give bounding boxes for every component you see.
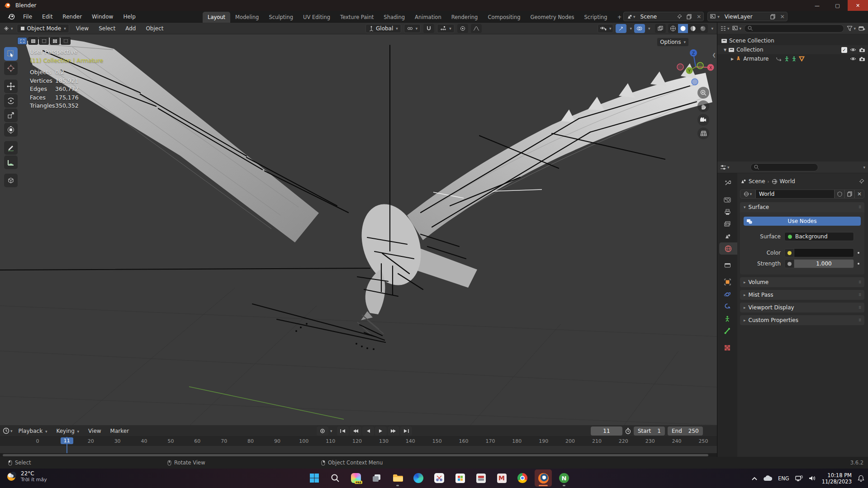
scene-name[interactable]: Scene	[638, 14, 675, 20]
tool-add-cube[interactable]	[4, 174, 18, 187]
disclosure-down-icon[interactable]: ▼	[724, 48, 726, 52]
frame-end-field[interactable]: End 250	[668, 426, 703, 436]
surface-shader-dropdown[interactable]: Background	[784, 232, 854, 241]
minimize-button[interactable]: —	[807, 0, 827, 11]
viewport-menu-object[interactable]: Object	[142, 24, 166, 33]
shading-rendered-button[interactable]	[698, 24, 708, 33]
menu-window[interactable]: Window	[88, 12, 117, 21]
unikey-icon[interactable]	[472, 469, 489, 487]
new-scene-icon[interactable]	[684, 12, 694, 21]
search-icon[interactable]	[327, 469, 344, 487]
workspace-tab-scripting[interactable]: Scripting	[579, 12, 612, 23]
world-browse-dropdown[interactable]: ▾	[740, 190, 755, 199]
tool-rotate[interactable]	[4, 94, 18, 108]
shading-wireframe-button[interactable]	[668, 24, 678, 33]
properties-tab-data[interactable]	[717, 313, 737, 325]
workspace-tab-compositing[interactable]: Compositing	[483, 12, 525, 23]
scene-icon[interactable]: ▾	[624, 12, 638, 21]
taskbar-weather-widget[interactable]: 22°C Trời ít mây	[5, 470, 47, 483]
xray-toggle[interactable]	[655, 24, 666, 33]
timeline-menu-view[interactable]: View	[85, 427, 104, 435]
timeline-menu-playback[interactable]: Playback ▾	[15, 427, 51, 435]
render-camera-icon[interactable]	[859, 57, 865, 62]
timeline-menu-marker[interactable]: Marker	[107, 427, 132, 435]
breadcrumb-world[interactable]: World	[780, 178, 795, 185]
current-frame-indicator[interactable]: 11	[61, 437, 73, 444]
workspace-tab-geometry-nodes[interactable]: Geometry Nodes	[526, 12, 579, 23]
timeline-menu-keying[interactable]: Keying ▾	[53, 427, 82, 435]
select-mode-circle[interactable]	[39, 37, 49, 45]
bird-model[interactable]	[0, 34, 717, 425]
remove-viewlayer-icon[interactable]: ✕	[778, 12, 787, 21]
properties-tab-scene[interactable]	[717, 230, 737, 242]
hide-eye-icon[interactable]	[850, 47, 856, 52]
properties-search-input[interactable]	[750, 163, 818, 171]
properties-tab-collection[interactable]	[717, 259, 737, 271]
strength-keyframe-dot[interactable]	[855, 263, 862, 265]
editor-type-icon[interactable]: ▾	[3, 25, 13, 32]
select-mode-extend[interactable]	[61, 37, 71, 45]
tool-annotate[interactable]	[4, 141, 18, 155]
properties-tab-constraints[interactable]	[717, 300, 737, 313]
new-collection-icon[interactable]	[859, 25, 865, 31]
start-button[interactable]	[306, 469, 323, 487]
properties-tab-bone[interactable]	[717, 325, 737, 337]
play-reverse-button[interactable]	[362, 426, 374, 436]
tool-cursor[interactable]	[4, 62, 18, 75]
file-explorer-icon[interactable]	[389, 469, 406, 487]
select-mode-box[interactable]	[28, 37, 38, 45]
panel-drag-handle[interactable]: ⠿	[859, 318, 862, 322]
scene-selector[interactable]: ▾ Scene ✕	[623, 12, 704, 21]
mist-pass-panel-header[interactable]: ▸ Mist Pass ⠿	[740, 290, 864, 300]
properties-tab-object[interactable]	[717, 276, 737, 288]
properties-options-icon[interactable]: ▾	[863, 165, 865, 170]
microsoft-store-icon[interactable]	[451, 469, 469, 487]
custom-properties-panel-header[interactable]: ▸ Custom Properties ⠿	[740, 315, 864, 325]
viewport-menu-select[interactable]: Select	[95, 24, 119, 33]
hide-eye-icon[interactable]	[850, 57, 856, 61]
outliner-search-input[interactable]	[744, 24, 844, 33]
snap-toggle[interactable]	[423, 24, 434, 33]
pin-icon[interactable]	[675, 12, 684, 21]
tool-move[interactable]	[4, 80, 18, 93]
tool-transform[interactable]	[4, 123, 18, 137]
workspace-tab-modeling[interactable]: Modeling	[230, 12, 264, 23]
color-socket-button[interactable]	[784, 248, 794, 257]
workspace-tab-uv-editing[interactable]: UV Editing	[298, 12, 335, 23]
tool-scale[interactable]	[4, 109, 18, 122]
new-viewlayer-icon[interactable]	[768, 12, 778, 21]
pan-hand-icon[interactable]	[697, 100, 709, 112]
current-frame-field[interactable]: 11	[591, 426, 622, 436]
next-keyframe-button[interactable]	[388, 426, 399, 436]
fake-user-shield-icon[interactable]	[835, 190, 844, 199]
edge-icon[interactable]	[410, 469, 427, 487]
render-camera-icon[interactable]	[859, 47, 865, 52]
timeline-lane[interactable]	[0, 446, 717, 453]
viewlayer-selector[interactable]: ▾ ViewLayer ✕	[707, 12, 787, 21]
chrome-icon[interactable]	[514, 469, 531, 487]
outliner-filter-icon[interactable]: ▾	[847, 26, 856, 31]
color-keyframe-dot[interactable]	[855, 252, 862, 254]
language-indicator[interactable]: ENG	[778, 475, 789, 482]
unlink-scene-icon[interactable]: ✕	[694, 12, 703, 21]
pin-icon[interactable]	[859, 179, 864, 184]
close-button[interactable]: ✕	[848, 0, 868, 11]
color-swatch[interactable]	[794, 248, 854, 257]
workspace-tab-layout[interactable]: Layout	[203, 12, 230, 23]
workspace-tab-shading[interactable]: Shading	[379, 12, 410, 23]
camera-view-icon[interactable]	[697, 114, 709, 126]
panel-drag-handle[interactable]: ⠿	[859, 205, 862, 209]
tray-expand-icon[interactable]	[752, 477, 757, 480]
transform-orientation-dropdown[interactable]: Global▾	[365, 24, 401, 33]
navigation-gizmo[interactable]: Z X Y	[674, 44, 716, 88]
unlink-datablock-icon[interactable]: ✕	[854, 190, 864, 199]
properties-tab-world[interactable]	[719, 242, 737, 255]
copy-datablock-icon[interactable]	[844, 190, 854, 199]
play-button[interactable]	[375, 426, 387, 436]
outliner-row-scene-collection[interactable]: Scene Collection	[717, 36, 868, 45]
gizmos-toggle[interactable]	[616, 24, 626, 33]
frame-start-field[interactable]: Start 1	[634, 426, 665, 436]
mathtype-icon[interactable]: M	[493, 469, 510, 487]
viewport-menu-view[interactable]: View	[73, 24, 92, 33]
snap-target-dropdown[interactable]: ▾	[437, 24, 455, 33]
